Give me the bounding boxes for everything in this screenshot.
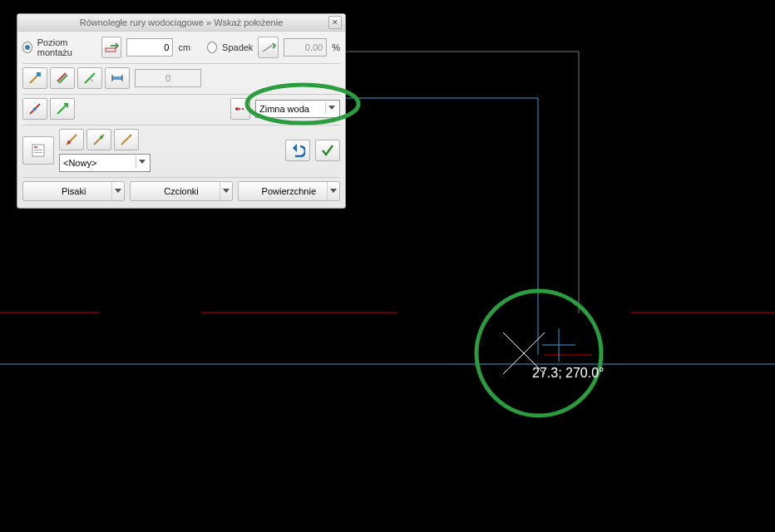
slope-input	[284, 38, 327, 57]
tool-detect-icon[interactable]	[22, 67, 47, 89]
template-select[interactable]: <Nowy>	[59, 154, 151, 172]
svg-rect-8	[112, 76, 122, 80]
svg-line-25	[121, 135, 131, 145]
style-2-icon[interactable]	[86, 129, 111, 150]
highlight-circle	[476, 291, 601, 416]
undo-button[interactable]	[285, 140, 310, 161]
svg-point-15	[235, 107, 239, 111]
svg-rect-18	[34, 146, 37, 148]
pens-button[interactable]: Pisaki	[22, 181, 125, 201]
svg-line-7	[90, 78, 93, 81]
chevron-down-icon	[136, 156, 148, 168]
style-1-icon[interactable]	[59, 129, 84, 150]
window-title: Równoległe rury wodociągowe » Wskaż poło…	[80, 17, 284, 27]
unit-pct: %	[332, 42, 340, 52]
svg-rect-3	[37, 72, 41, 76]
chevron-down-icon	[325, 102, 338, 114]
pipe-panel: Równoległe rury wodociągowe » Wskaż poło…	[17, 13, 346, 209]
svg-point-22	[67, 140, 71, 144]
template-row: <Nowy>	[22, 129, 340, 172]
chevron-down-icon	[111, 182, 124, 200]
offset-value	[135, 69, 201, 87]
label-slope: Spadek	[222, 42, 253, 52]
check-button[interactable]	[315, 140, 340, 161]
tool-connect-icon[interactable]	[22, 98, 47, 120]
svg-line-13	[57, 104, 67, 114]
properties-button[interactable]	[22, 136, 54, 165]
style-3-icon[interactable]	[114, 129, 139, 150]
svg-point-12	[33, 107, 37, 111]
svg-rect-20	[34, 152, 42, 153]
radio-level[interactable]	[22, 42, 32, 53]
chevron-down-icon	[327, 182, 339, 200]
titlebar: Równoległe rury wodociągowe » Wskaż poło…	[17, 14, 345, 32]
surfaces-button[interactable]: Powierzchnie	[238, 181, 340, 201]
label-level: Poziom montażu	[37, 37, 93, 57]
level-row: Poziom montażu cm Spadek %	[22, 37, 340, 58]
chevron-down-icon	[220, 182, 232, 200]
tool-dim-icon[interactable]	[105, 67, 130, 89]
tool-offset-icon[interactable]	[77, 67, 102, 89]
level-ref-button[interactable]	[101, 37, 122, 58]
unit-cm: cm	[178, 42, 190, 52]
pipe-type-select[interactable]: Zimna woda	[255, 100, 340, 118]
fonts-button[interactable]: Czcionki	[130, 181, 232, 201]
tool-rise-icon[interactable]	[50, 98, 75, 120]
tool-row-2: Zimna woda	[22, 98, 340, 120]
svg-point-24	[100, 135, 103, 139]
bottom-buttons: Pisaki Czcionki Powierzchnie	[22, 181, 340, 201]
slope-ref-button[interactable]	[258, 37, 279, 58]
svg-rect-19	[34, 150, 42, 150]
close-button[interactable]: ✕	[328, 16, 342, 29]
tool-parallel-icon[interactable]	[50, 67, 75, 89]
tool-row-1	[22, 67, 340, 89]
pipe-type-value: Zimna woda	[259, 104, 309, 114]
template-value: <Nowy>	[63, 158, 96, 168]
radio-slope[interactable]	[207, 42, 217, 53]
pipe-type-icon[interactable]	[230, 98, 250, 120]
cursor-coordinates: 27.3; 270.0°	[532, 366, 604, 381]
level-input[interactable]	[126, 38, 173, 57]
svg-rect-0	[106, 48, 116, 52]
